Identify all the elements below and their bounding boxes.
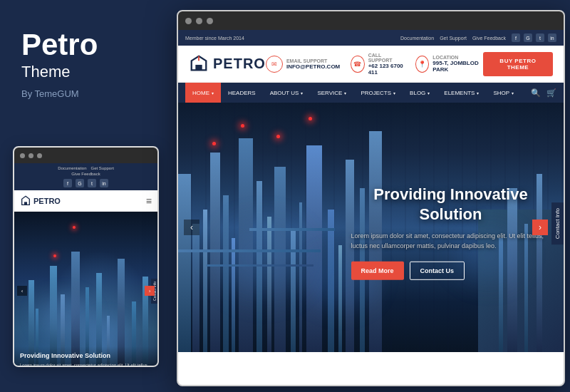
mobile-feedback-link: Give Feedback	[71, 172, 100, 176]
member-since: Member since March 2014	[185, 36, 244, 41]
email-icon: ✉	[266, 56, 283, 73]
desktop-social-icons: f G t in	[512, 33, 556, 42]
desktop-header: PETRO ✉ Email Support INFO@PETRO.COM ☎ C…	[178, 46, 564, 83]
twitter-icon[interactable]: t	[536, 33, 544, 42]
theme-subtitle: Theme	[21, 63, 153, 81]
horiz-pipe-1	[178, 249, 321, 252]
mobile-nav-bar: PETRO ≡	[14, 190, 157, 212]
nav-home[interactable]: HOME ▾	[185, 83, 221, 103]
horiz-pipe-2	[207, 264, 314, 267]
mobile-twitter-icon[interactable]: t	[88, 179, 96, 187]
mobile-support-link[interactable]: Get Support	[91, 166, 114, 170]
location-icon: 📍	[415, 56, 429, 73]
hero-next-arrow[interactable]: ›	[532, 220, 548, 235]
nav-right: 🔍 🛒	[531, 88, 556, 98]
mobile-hero: Providing Innovative Solution Lorem ipsu…	[14, 212, 157, 367]
buy-button[interactable]: BUY PETRO THEME	[483, 52, 553, 76]
mobile-facebook-icon[interactable]: f	[63, 179, 72, 187]
service-arrow: ▾	[344, 91, 346, 96]
left-panel: Petro Theme By TemeGUM Documentation Get…	[0, 0, 167, 392]
mobile-logo-icon	[20, 195, 31, 207]
nav-search-icon[interactable]: 🔍	[531, 88, 541, 98]
nav-about[interactable]: ABOUT US ▾	[263, 83, 311, 103]
phone-value: +62 123 6700 411	[368, 63, 405, 76]
mobile-hero-text: Lorem ipsum dolor sit amet, consectetur …	[20, 362, 152, 367]
hero-content: Providing Innovative Solution Lorem ipsu…	[351, 185, 551, 280]
glow-d1	[221, 224, 306, 295]
home-arrow: ▾	[212, 91, 214, 96]
support-link[interactable]: Get Support	[440, 36, 467, 41]
desktop-titlebar	[178, 11, 564, 30]
desktop-nav: HOME ▾ HEADERS ABOUT US ▾ SERVICE ▾ PROJ…	[178, 83, 564, 103]
nav-cart-icon[interactable]: 🛒	[546, 88, 556, 98]
nav-projects[interactable]: PROJECTS ▾	[353, 83, 403, 103]
mobile-doc-link[interactable]: Documentation	[58, 166, 86, 170]
phone-contact-item: ☎ Call Support +62 123 6700 411	[351, 53, 405, 76]
desktop-mockup: Member since March 2014 Documentation Ge…	[177, 10, 565, 386]
mobile-topbar: Documentation Get Support Give Feedback …	[14, 163, 157, 190]
desktop-logo-text: PETRO	[213, 56, 266, 72]
phone-label: Call Support	[368, 53, 405, 63]
nav-service[interactable]: SERVICE ▾	[310, 83, 353, 103]
theme-by: By TemeGUM	[21, 88, 153, 99]
main-tower-3	[203, 210, 207, 352]
mobile-google-icon[interactable]: G	[76, 179, 84, 187]
red-light-d1	[212, 142, 216, 145]
mobile-prev-arrow[interactable]: ‹	[17, 286, 27, 296]
email-label: Email Support	[286, 58, 340, 63]
doc-link[interactable]: Documentation	[400, 36, 434, 41]
header-contact-info: ✉ Email Support INFO@PETRO.COM ☎ Call Su…	[266, 53, 483, 76]
horiz-pipe-3	[249, 228, 335, 231]
location-text: Location 995-T, JOMBLOD PARK	[432, 55, 482, 73]
desktop-hero: Providing Innovative Solution Lorem ipsu…	[178, 103, 564, 352]
feedback-link[interactable]: Give Feedback	[472, 36, 506, 41]
mobile-mockup: Documentation Get Support Give Feedback …	[13, 146, 159, 367]
nav-shop[interactable]: SHOP ▾	[486, 83, 521, 103]
mobile-instagram-icon[interactable]: in	[100, 179, 108, 187]
main-tower-4	[210, 153, 220, 352]
shop-arrow: ▾	[512, 91, 514, 96]
nav-blog[interactable]: BLOG ▾	[403, 83, 437, 103]
red-light-d3	[276, 135, 280, 138]
hamburger-icon[interactable]: ≡	[146, 195, 152, 207]
hero-buttons: Read More Contact Us	[351, 262, 551, 280]
contact-button[interactable]: Contact Us	[410, 262, 465, 280]
nav-headers[interactable]: HEADERS	[221, 83, 263, 103]
google-icon[interactable]: G	[524, 33, 532, 42]
hero-prev-arrow[interactable]: ‹	[184, 220, 200, 235]
desktop-topbar: Member since March 2014 Documentation Ge…	[178, 30, 564, 46]
dot-1	[20, 153, 25, 158]
main-tower-1	[178, 174, 191, 352]
hero-text: Lorem ipsum dolor sit amet, consectetur …	[351, 231, 551, 252]
svg-rect-1	[24, 202, 27, 205]
contact-tab[interactable]: Contact Info	[551, 202, 564, 244]
mobile-titlebar	[14, 148, 157, 163]
phone-text: Call Support +62 123 6700 411	[368, 53, 405, 76]
red-light-1	[53, 254, 56, 257]
blog-arrow: ▾	[428, 91, 430, 96]
facebook-icon[interactable]: f	[512, 33, 520, 42]
mobile-hero-content: Providing Innovative Solution Lorem ipsu…	[14, 346, 157, 367]
dot-3	[37, 153, 42, 158]
instagram-icon[interactable]: in	[548, 33, 556, 42]
location-contact-item: 📍 Location 995-T, JOMBLOD PARK	[415, 55, 483, 73]
theme-title: Petro	[21, 29, 153, 61]
desktop-logo: PETRO	[189, 54, 266, 74]
red-light-d2	[241, 124, 244, 128]
mobile-hero-bg	[14, 212, 157, 367]
glow-1	[36, 294, 93, 337]
desktop-dot-1	[185, 18, 192, 24]
nav-elements[interactable]: ELEMENTS ▾	[437, 83, 486, 103]
main-tower-13	[306, 145, 322, 352]
logo-svg-icon	[189, 54, 209, 74]
phone-icon: ☎	[351, 56, 364, 73]
svg-rect-3	[195, 64, 202, 69]
red-light-d4	[309, 117, 312, 120]
location-value: 995-T, JOMBLOD PARK	[432, 60, 482, 73]
about-arrow: ▾	[301, 91, 303, 96]
email-value: INFO@PETRO.COM	[286, 63, 340, 70]
mobile-logo-text: PETRO	[33, 197, 61, 205]
mobile-next-arrow[interactable]: ›	[145, 286, 155, 296]
mobile-logo: PETRO	[20, 195, 61, 207]
readmore-button[interactable]: Read More	[351, 262, 404, 280]
